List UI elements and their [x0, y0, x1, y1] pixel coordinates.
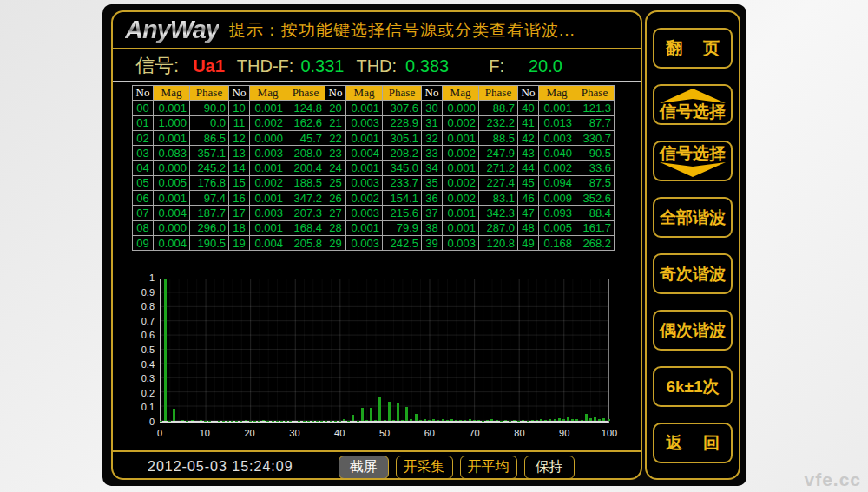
chart-bar	[191, 420, 194, 421]
f-label: F:	[489, 56, 504, 76]
start-capture-button[interactable]: 开采集	[396, 456, 453, 479]
col-header-no: No	[229, 86, 250, 101]
x-tick-label: 20	[235, 428, 265, 438]
button-label: 信号选择	[654, 103, 731, 121]
main-display: AnyWay 提示：按功能键选择信号源或分类查看谐波... 信号: Ua1 TH…	[111, 10, 642, 480]
harmonic-mag: 0.001	[443, 161, 479, 175]
harmonic-phase: 168.4	[286, 220, 326, 235]
col-header-no: No	[422, 86, 443, 101]
harmonic-phase: 228.9	[383, 115, 422, 130]
f-value: 20.0	[529, 56, 562, 76]
6k-plus-minus-1-button[interactable]: 6k±1次	[653, 366, 733, 407]
start-average-button[interactable]: 开平均	[460, 456, 517, 479]
harmonic-mag: 0.003	[346, 115, 383, 130]
page-turn-button[interactable]: 翻页	[653, 28, 733, 69]
harmonic-phase: 208.0	[286, 146, 326, 161]
signal-name: Ua1	[193, 56, 225, 76]
harmonic-no: 45	[518, 175, 539, 190]
harmonic-no: 43	[518, 146, 539, 161]
all-harmonics-button[interactable]: 全部谐波	[653, 197, 733, 238]
harmonic-no: 41	[518, 115, 539, 130]
harmonic-phase: 87.5	[575, 175, 615, 190]
even-harmonics-button[interactable]: 偶次谐波	[653, 310, 733, 351]
signal-select-up-button[interactable]: 信号选择	[653, 84, 733, 125]
y-tick-label: 0.5	[115, 344, 155, 355]
x-tick-label: 60	[415, 428, 444, 438]
harmonic-mag: 0.002	[443, 146, 479, 161]
y-tick-label: 0.4	[115, 359, 155, 370]
chart-bar	[459, 420, 462, 421]
harmonic-no: 14	[229, 161, 250, 175]
table-header-row: No Mag PhaseNo Mag PhaseNo Mag PhaseNo M…	[133, 86, 615, 101]
harmonic-mag: 0.003	[346, 175, 383, 190]
chart-bar	[562, 419, 565, 421]
chart-bar	[464, 420, 466, 421]
button-label: 翻页	[654, 40, 731, 57]
col-header-phase: Phase	[190, 86, 229, 101]
signal-select-down-button[interactable]: 信号选择	[653, 141, 733, 181]
odd-harmonics-button[interactable]: 奇次谐波	[653, 253, 733, 294]
harmonic-phase: 247.9	[479, 146, 518, 161]
screenshot-button[interactable]: 截屏	[339, 456, 389, 479]
harmonic-phase: 232.2	[479, 115, 518, 130]
harmonic-phase: 242.5	[383, 235, 422, 250]
chart-bar	[388, 402, 391, 421]
col-header-mag: Mag	[154, 86, 190, 101]
harmonic-mag: 0.083	[154, 146, 190, 161]
harmonic-mag: 0.002	[250, 175, 286, 190]
harmonic-phase: 307.6	[383, 101, 422, 115]
harmonic-phase: 154.1	[383, 191, 422, 206]
chart-bar	[513, 420, 516, 421]
chart-bar	[424, 419, 426, 421]
chart-bar	[540, 419, 542, 421]
harmonic-phase: 88.7	[479, 101, 518, 115]
chart-bar	[437, 420, 439, 421]
harmonic-mag: 0.001	[443, 130, 479, 145]
hold-button[interactable]: 保持	[524, 456, 575, 479]
harmonic-phase: 345.0	[383, 161, 422, 175]
chart-bar	[486, 420, 489, 421]
chart-bar	[589, 418, 592, 421]
harmonic-mag: 0.002	[250, 115, 286, 130]
harmonic-no: 27	[326, 206, 346, 220]
harmonic-mag: 0.009	[539, 191, 575, 206]
harmonic-phase: 188.5	[286, 175, 326, 190]
table-row: 02 0.001 86.512 0.000 45.722 0.001 305.1…	[133, 130, 615, 145]
harmonic-phase: 357.1	[190, 146, 229, 161]
chart-bar	[361, 408, 364, 421]
harmonic-no: 15	[229, 175, 250, 190]
harmonic-no: 24	[326, 161, 346, 175]
col-header-mag: Mag	[539, 86, 575, 101]
chart-bar	[477, 420, 480, 421]
harmonic-no: 40	[518, 101, 539, 115]
thd-value: 0.383	[405, 56, 449, 76]
harmonic-phase: 162.6	[286, 115, 326, 130]
table-row: 07 0.004 187.717 0.003 207.327 0.003 215…	[133, 206, 615, 220]
harmonic-mag: 0.003	[346, 235, 383, 250]
harmonic-phase: 121.3	[575, 101, 615, 115]
col-header-mag: Mag	[250, 86, 286, 101]
chart-bar	[405, 407, 408, 421]
back-button[interactable]: 返回	[653, 423, 733, 463]
harmonic-phase: 176.8	[190, 175, 229, 190]
col-header-mag: Mag	[443, 86, 479, 101]
harmonic-no: 09	[133, 235, 154, 250]
table-row: 05 0.005 176.815 0.002 188.525 0.003 233…	[133, 175, 615, 190]
harmonic-mag: 0.040	[539, 146, 575, 161]
harmonic-phase: 120.8	[479, 235, 518, 250]
harmonic-phase: 161.7	[575, 220, 615, 235]
harmonic-no: 17	[229, 206, 250, 220]
harmonic-mag: 0.001	[154, 191, 190, 206]
site-watermark: vfe.cc	[804, 469, 861, 490]
chart-bar	[581, 420, 583, 421]
harmonic-mag: 0.004	[250, 235, 286, 250]
col-header-phase: Phase	[479, 86, 518, 101]
y-tick-label: 0.2	[115, 388, 155, 398]
button-label: 返回	[654, 435, 731, 452]
button-label: 6k±1次	[654, 378, 731, 396]
y-tick-label: 0.3	[115, 373, 155, 384]
chart-bar	[392, 420, 395, 421]
chart-bar	[410, 419, 412, 421]
harmonic-no: 48	[518, 220, 539, 235]
harmonic-no: 38	[422, 220, 443, 235]
